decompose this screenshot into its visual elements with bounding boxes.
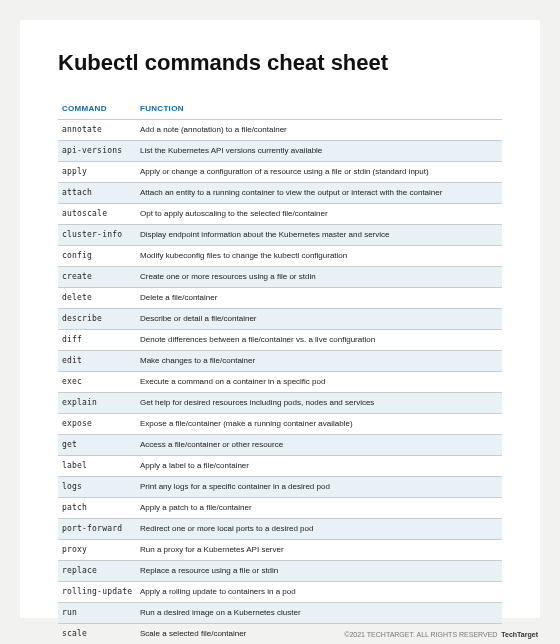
column-header-function: FUNCTION bbox=[136, 98, 502, 120]
footer: ©2021 TECHTARGET. ALL RIGHTS RESERVED Te… bbox=[344, 631, 538, 638]
cell-command: label bbox=[58, 456, 136, 477]
table-row: explainGet help for desired resources in… bbox=[58, 393, 502, 414]
cell-function: Add a note (annotation) to a file/contai… bbox=[136, 120, 502, 141]
cell-function: Apply or change a configuration of a res… bbox=[136, 162, 502, 183]
table-row: api-versionsList the Kubernetes API vers… bbox=[58, 141, 502, 162]
table-row: proxyRun a proxy for a Kubernetes API se… bbox=[58, 540, 502, 561]
cell-command: scale bbox=[58, 624, 136, 645]
table-row: patchApply a patch to a file/container bbox=[58, 498, 502, 519]
footer-copyright: ©2021 TECHTARGET. ALL RIGHTS RESERVED bbox=[344, 631, 497, 638]
cell-function: Execute a command on a container in a sp… bbox=[136, 372, 502, 393]
cell-function: Denote differences between a file/contai… bbox=[136, 330, 502, 351]
commands-table: COMMAND FUNCTION annotateAdd a note (ann… bbox=[58, 98, 502, 644]
cell-command: annotate bbox=[58, 120, 136, 141]
table-row: autoscaleOpt to apply autoscaling to the… bbox=[58, 204, 502, 225]
table-row: editMake changes to a file/container bbox=[58, 351, 502, 372]
cell-function: Delete a file/container bbox=[136, 288, 502, 309]
table-row: port-forwardRedirect one or more local p… bbox=[58, 519, 502, 540]
cell-command: diff bbox=[58, 330, 136, 351]
table-row: getAccess a file/container or other reso… bbox=[58, 435, 502, 456]
cell-command: explain bbox=[58, 393, 136, 414]
cell-function: Redirect one or more local ports to a de… bbox=[136, 519, 502, 540]
cell-command: describe bbox=[58, 309, 136, 330]
table-row: cluster-infoDisplay endpoint information… bbox=[58, 225, 502, 246]
cell-command: config bbox=[58, 246, 136, 267]
table-row: execExecute a command on a container in … bbox=[58, 372, 502, 393]
cell-function: Run a desired image on a Kubernetes clus… bbox=[136, 603, 502, 624]
table-row: logsPrint any logs for a specific contai… bbox=[58, 477, 502, 498]
cell-function: Apply a label to a file/container bbox=[136, 456, 502, 477]
cell-command: create bbox=[58, 267, 136, 288]
cell-command: rolling-update bbox=[58, 582, 136, 603]
cell-function: Make changes to a file/container bbox=[136, 351, 502, 372]
cell-command: apply bbox=[58, 162, 136, 183]
cell-function: Print any logs for a specific container … bbox=[136, 477, 502, 498]
cell-command: delete bbox=[58, 288, 136, 309]
table-row: configModify kubeconfig files to change … bbox=[58, 246, 502, 267]
table-row: attachAttach an entity to a running cont… bbox=[58, 183, 502, 204]
cell-command: api-versions bbox=[58, 141, 136, 162]
cell-function: Run a proxy for a Kubernetes API server bbox=[136, 540, 502, 561]
table-row: rolling-updateApply a rolling update to … bbox=[58, 582, 502, 603]
cell-command: attach bbox=[58, 183, 136, 204]
cell-function: Attach an entity to a running container … bbox=[136, 183, 502, 204]
cheatsheet-card: Kubectl commands cheat sheet COMMAND FUN… bbox=[20, 20, 540, 618]
table-row: annotateAdd a note (annotation) to a fil… bbox=[58, 120, 502, 141]
cell-command: edit bbox=[58, 351, 136, 372]
cell-command: get bbox=[58, 435, 136, 456]
cell-function: List the Kubernetes API versions current… bbox=[136, 141, 502, 162]
cell-function: Opt to apply autoscaling to the selected… bbox=[136, 204, 502, 225]
footer-brand: TechTarget bbox=[501, 631, 538, 638]
cell-function: Apply a rolling update to containers in … bbox=[136, 582, 502, 603]
cell-function: Create one or more resources using a fil… bbox=[136, 267, 502, 288]
table-row: runRun a desired image on a Kubernetes c… bbox=[58, 603, 502, 624]
cell-command: run bbox=[58, 603, 136, 624]
cell-function: Replace a resource using a file or stdin bbox=[136, 561, 502, 582]
column-header-command: COMMAND bbox=[58, 98, 136, 120]
cell-function: Display endpoint information about the K… bbox=[136, 225, 502, 246]
cell-command: autoscale bbox=[58, 204, 136, 225]
table-row: createCreate one or more resources using… bbox=[58, 267, 502, 288]
table-row: describeDescribe or detail a file/contai… bbox=[58, 309, 502, 330]
cell-command: cluster-info bbox=[58, 225, 136, 246]
cell-command: logs bbox=[58, 477, 136, 498]
cell-command: exec bbox=[58, 372, 136, 393]
table-row: deleteDelete a file/container bbox=[58, 288, 502, 309]
page-title: Kubectl commands cheat sheet bbox=[58, 50, 502, 76]
cell-command: expose bbox=[58, 414, 136, 435]
table-row: diffDenote differences between a file/co… bbox=[58, 330, 502, 351]
cell-command: proxy bbox=[58, 540, 136, 561]
table-row: applyApply or change a configuration of … bbox=[58, 162, 502, 183]
cell-function: Apply a patch to a file/container bbox=[136, 498, 502, 519]
cell-function: Describe or detail a file/container bbox=[136, 309, 502, 330]
cell-function: Modify kubeconfig files to change the ku… bbox=[136, 246, 502, 267]
cell-command: patch bbox=[58, 498, 136, 519]
cell-command: port-forward bbox=[58, 519, 136, 540]
table-row: labelApply a label to a file/container bbox=[58, 456, 502, 477]
cell-function: Get help for desired resources including… bbox=[136, 393, 502, 414]
table-row: exposeExpose a file/container (make a ru… bbox=[58, 414, 502, 435]
cell-function: Expose a file/container (make a running … bbox=[136, 414, 502, 435]
table-row: replaceReplace a resource using a file o… bbox=[58, 561, 502, 582]
cell-function: Access a file/container or other resourc… bbox=[136, 435, 502, 456]
cell-command: replace bbox=[58, 561, 136, 582]
